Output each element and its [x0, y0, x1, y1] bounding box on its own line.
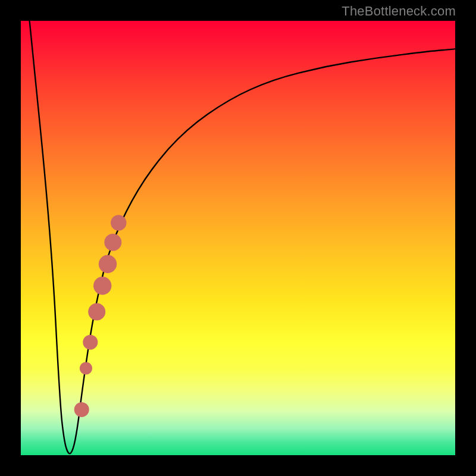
data-marker — [80, 362, 92, 374]
data-marker — [111, 215, 126, 230]
data-marker — [83, 335, 98, 350]
watermark-text: TheBottleneck.com — [342, 4, 456, 19]
data-marker — [93, 277, 111, 295]
data-marker — [104, 234, 121, 251]
data-marker — [74, 402, 89, 417]
data-marker — [88, 303, 105, 321]
data-marker — [99, 255, 117, 273]
